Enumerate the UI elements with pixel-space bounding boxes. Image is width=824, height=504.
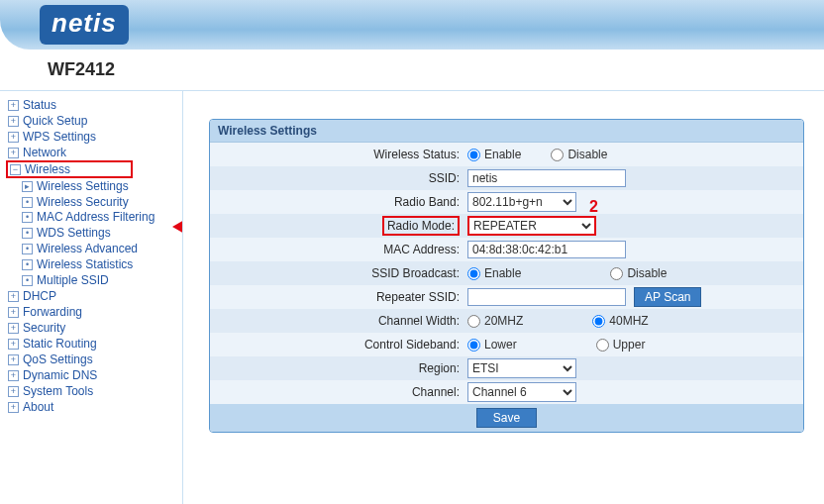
arrow-icon: ▸ xyxy=(22,181,33,192)
ssid-broadcast-enable[interactable] xyxy=(467,267,480,280)
ap-scan-button[interactable]: AP Scan xyxy=(634,287,701,307)
model-title: WF2412 xyxy=(0,50,824,91)
label-radio-band: Radio Band: xyxy=(210,195,465,209)
row-repeater-ssid: Repeater SSID: AP Scan xyxy=(210,285,803,309)
nav-wireless[interactable]: −Wireless xyxy=(6,160,133,178)
nav-wireless-settings[interactable]: ▸Wireless Settings xyxy=(4,178,182,194)
save-button[interactable]: Save xyxy=(476,408,537,428)
svg-marker-0 xyxy=(172,220,183,234)
header-bar: netis xyxy=(0,0,824,50)
row-ssid: SSID: xyxy=(210,166,803,190)
label-control-sideband: Control Sideband: xyxy=(210,338,465,352)
plus-icon: + xyxy=(8,370,19,381)
radio-band-select[interactable]: 802.11b+g+n xyxy=(467,192,576,212)
dot-icon: • xyxy=(22,228,33,239)
dot-icon: • xyxy=(22,259,33,270)
nav-wireless-statistics[interactable]: •Wireless Statistics xyxy=(4,256,182,272)
sidebar: +Status +Quick Setup +WPS Settings +Netw… xyxy=(0,91,183,504)
nav-status[interactable]: +Status xyxy=(4,97,182,113)
row-save: Save xyxy=(210,404,803,432)
plus-icon: + xyxy=(8,339,19,350)
label-mac-address: MAC Address: xyxy=(210,243,465,256)
wireless-status-disable[interactable] xyxy=(551,149,564,161)
nav-system-tools[interactable]: +System Tools xyxy=(4,383,182,399)
label-ssid: SSID: xyxy=(210,171,465,185)
annotation-2: 2 xyxy=(589,198,598,216)
row-mac-address: MAC Address: xyxy=(210,238,803,261)
plus-icon: + xyxy=(8,291,19,302)
channel-width-20[interactable] xyxy=(467,315,480,328)
row-ssid-broadcast: SSID Broadcast: Enable Disable xyxy=(210,261,803,285)
plus-icon: + xyxy=(8,307,19,318)
sideband-upper[interactable] xyxy=(596,339,609,352)
nav-static-routing[interactable]: +Static Routing xyxy=(4,336,182,352)
label-channel-width: Channel Width: xyxy=(210,314,465,328)
dot-icon: • xyxy=(22,212,33,223)
nav-dynamic-dns[interactable]: +Dynamic DNS xyxy=(4,367,182,383)
nav-quick-setup[interactable]: +Quick Setup xyxy=(4,113,182,129)
ssid-input[interactable] xyxy=(467,169,626,187)
nav-mac-filtering[interactable]: •MAC Address Filtering xyxy=(4,210,182,225)
logo: netis xyxy=(40,5,129,45)
nav-about[interactable]: +About xyxy=(4,399,182,415)
nav-wps-settings[interactable]: +WPS Settings xyxy=(4,129,182,145)
row-channel: Channel: Channel 6 xyxy=(210,380,803,404)
nav-multiple-ssid[interactable]: •Multiple SSID xyxy=(4,272,182,288)
plus-icon: + xyxy=(8,323,19,334)
dot-icon: • xyxy=(22,275,33,286)
plus-icon: + xyxy=(8,100,19,111)
dot-icon: • xyxy=(22,197,33,208)
nav-dhcp[interactable]: +DHCP xyxy=(4,288,182,304)
channel-select[interactable]: Channel 6 xyxy=(467,382,576,402)
label-channel: Channel: xyxy=(210,385,465,399)
ssid-broadcast-disable[interactable] xyxy=(610,267,623,280)
nav-forwarding[interactable]: +Forwarding xyxy=(4,304,182,320)
plus-icon: + xyxy=(8,386,19,397)
panel-title: Wireless Settings xyxy=(210,120,803,143)
plus-icon: + xyxy=(8,148,19,158)
nav-network[interactable]: +Network xyxy=(4,145,182,160)
plus-icon: + xyxy=(8,116,19,127)
nav-wireless-security[interactable]: •Wireless Security xyxy=(4,194,182,210)
row-control-sideband: Control Sideband: Lower Upper xyxy=(210,333,803,356)
row-channel-width: Channel Width: 20MHZ 40MHZ xyxy=(210,309,803,333)
label-ssid-broadcast: SSID Broadcast: xyxy=(210,266,465,280)
label-wireless-status: Wireless Status: xyxy=(210,148,465,161)
region-select[interactable]: ETSI xyxy=(467,358,576,378)
mac-address-input[interactable] xyxy=(467,241,626,258)
label-region: Region: xyxy=(210,361,465,375)
row-radio-mode: Radio Mode: REPEATER xyxy=(210,214,803,238)
minus-icon: − xyxy=(10,164,21,175)
plus-icon: + xyxy=(8,132,19,143)
channel-width-40[interactable] xyxy=(592,315,605,328)
sideband-lower[interactable] xyxy=(467,339,480,352)
nav-wds-settings[interactable]: •WDS Settings xyxy=(4,225,182,241)
dot-icon: • xyxy=(22,244,33,254)
row-region: Region: ETSI xyxy=(210,356,803,380)
wireless-status-enable[interactable] xyxy=(467,149,480,161)
annotation-arrow-1: 1 xyxy=(172,218,183,236)
label-repeater-ssid: Repeater SSID: xyxy=(210,290,465,304)
plus-icon: + xyxy=(8,402,19,413)
nav-security[interactable]: +Security xyxy=(4,320,182,336)
radio-mode-select[interactable]: REPEATER xyxy=(467,216,596,236)
content-area: Wireless Settings Wireless Status: Enabl… xyxy=(183,91,824,504)
repeater-ssid-input[interactable] xyxy=(467,288,626,306)
plus-icon: + xyxy=(8,354,19,365)
nav-qos-settings[interactable]: +QoS Settings xyxy=(4,352,182,367)
nav-wireless-advanced[interactable]: •Wireless Advanced xyxy=(4,241,182,256)
wireless-settings-panel: Wireless Settings Wireless Status: Enabl… xyxy=(209,119,804,433)
label-radio-mode: Radio Mode: xyxy=(382,216,460,236)
row-wireless-status: Wireless Status: Enable Disable xyxy=(210,143,803,166)
row-radio-band: Radio Band: 802.11b+g+n xyxy=(210,190,803,214)
